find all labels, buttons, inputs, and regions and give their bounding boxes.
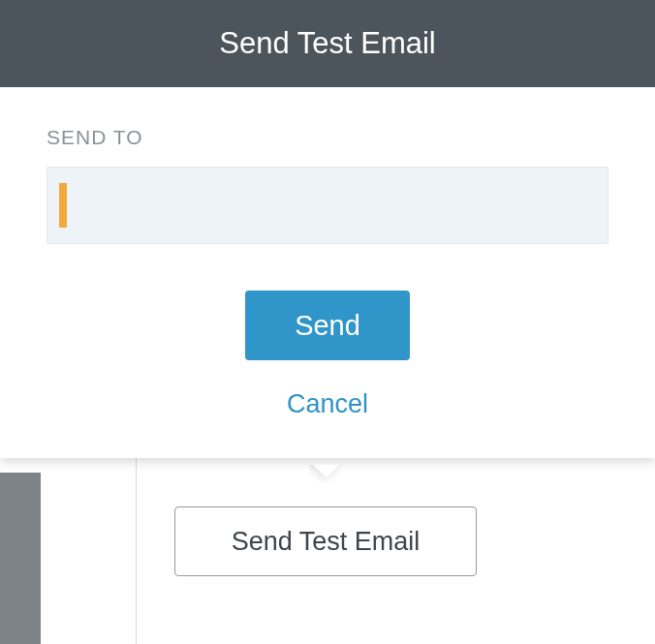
modal-header: Send Test Email (0, 0, 655, 87)
send-test-email-button[interactable]: Send Test Email (174, 506, 477, 576)
popover-arrow-icon (309, 465, 342, 482)
send-to-input[interactable] (67, 168, 608, 243)
modal-body: SEND TO Send Cancel (0, 87, 655, 458)
send-test-email-modal: Send Test Email SEND TO Send Cancel (0, 0, 655, 458)
cancel-link[interactable]: Cancel (287, 389, 368, 419)
input-cursor-icon (59, 183, 67, 228)
send-button[interactable]: Send (245, 291, 410, 360)
backdrop-left-strip (0, 473, 41, 644)
send-to-input-wrap[interactable] (47, 167, 608, 244)
modal-title: Send Test Email (219, 26, 435, 61)
send-to-label: SEND TO (47, 126, 608, 149)
modal-actions: Send Cancel (47, 291, 608, 419)
